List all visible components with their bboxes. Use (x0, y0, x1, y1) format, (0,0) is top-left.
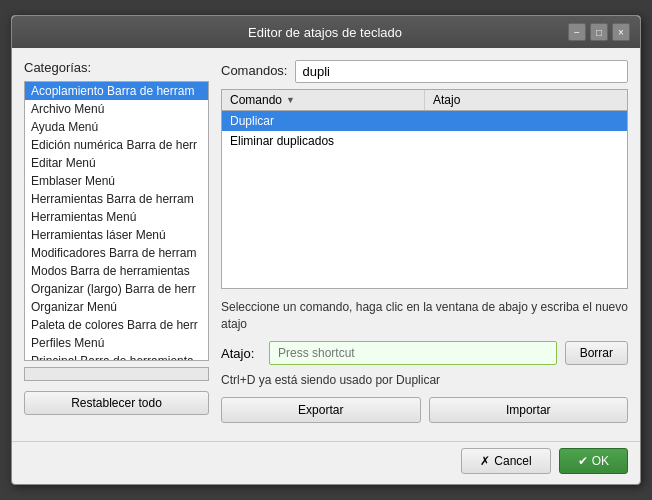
left-panel: Categorías: Acoplamiento Barra de herram… (24, 60, 209, 423)
category-item[interactable]: Acoplamiento Barra de herram (25, 82, 208, 100)
category-item[interactable]: Modificadores Barra de herram (25, 244, 208, 262)
category-item[interactable]: Principal Barra de herramienta (25, 352, 208, 361)
atajo-cell (425, 134, 620, 148)
categories-label: Categorías: (24, 60, 209, 75)
titlebar: Editor de atajos de teclado − □ × (12, 16, 640, 48)
dropdown-arrow-icon: ▼ (286, 95, 295, 105)
minimize-button[interactable]: − (568, 23, 586, 41)
export-import-row: Exportar Importar (221, 397, 628, 423)
column-atajo: Atajo (425, 90, 627, 110)
category-item[interactable]: Organizar Menú (25, 298, 208, 316)
scrollbar-row (24, 367, 209, 381)
close-button[interactable]: × (612, 23, 630, 41)
ok-label: OK (592, 454, 609, 468)
category-item[interactable]: Edición numérica Barra de herr (25, 136, 208, 154)
dialog: Editor de atajos de teclado − □ × Catego… (11, 15, 641, 485)
table-row[interactable]: Duplicar (222, 111, 627, 131)
cancel-label: Cancel (494, 454, 531, 468)
top-section: Categorías: Acoplamiento Barra de herram… (24, 60, 628, 423)
atajo-label: Atajo: (221, 346, 261, 361)
category-item[interactable]: Archivo Menú (25, 100, 208, 118)
right-panel: Comandos: Comando ▼ Atajo Duplica (221, 60, 628, 423)
atajo-input[interactable] (269, 341, 557, 365)
command-cell: Eliminar duplicados (230, 134, 425, 148)
category-item[interactable]: Ayuda Menú (25, 118, 208, 136)
commands-rows: DuplicarEliminar duplicados (222, 111, 627, 151)
category-item[interactable]: Paleta de colores Barra de herr (25, 316, 208, 334)
category-item[interactable]: Herramientas Barra de herram (25, 190, 208, 208)
table-header: Comando ▼ Atajo (222, 90, 627, 111)
horizontal-scrollbar[interactable] (24, 367, 209, 381)
import-button[interactable]: Importar (429, 397, 629, 423)
atajo-row: Atajo: Borrar (221, 341, 628, 365)
borrar-button[interactable]: Borrar (565, 341, 628, 365)
shortcut-info: Ctrl+D ya está siendo usado por Duplicar (221, 373, 628, 387)
atajo-cell (425, 114, 620, 128)
commands-table: Comando ▼ Atajo DuplicarEliminar duplica… (221, 89, 628, 289)
category-item[interactable]: Modos Barra de herramientas (25, 262, 208, 280)
table-row[interactable]: Eliminar duplicados (222, 131, 627, 151)
commands-label: Comandos: (221, 63, 287, 78)
category-item[interactable]: Organizar (largo) Barra de herr (25, 280, 208, 298)
maximize-button[interactable]: □ (590, 23, 608, 41)
titlebar-controls: − □ × (568, 23, 630, 41)
category-item[interactable]: Perfiles Menú (25, 334, 208, 352)
restore-button[interactable]: Restablecer todo (24, 391, 209, 415)
column-comando: Comando ▼ (222, 90, 425, 110)
commands-search-input[interactable] (295, 60, 628, 83)
selection-message: Seleccione un comando, haga clic en la v… (221, 299, 628, 333)
bottom-row: ✗ Cancel ✔ OK (12, 441, 640, 484)
category-item[interactable]: Herramientas láser Menú (25, 226, 208, 244)
ok-button[interactable]: ✔ OK (559, 448, 628, 474)
content: Categorías: Acoplamiento Barra de herram… (12, 48, 640, 435)
category-list[interactable]: Acoplamiento Barra de herramArchivo Menú… (24, 81, 209, 361)
ok-icon: ✔ (578, 454, 588, 468)
dialog-title: Editor de atajos de teclado (82, 25, 568, 40)
category-item[interactable]: Editar Menú (25, 154, 208, 172)
command-cell: Duplicar (230, 114, 425, 128)
export-button[interactable]: Exportar (221, 397, 421, 423)
category-item[interactable]: Emblaser Menú (25, 172, 208, 190)
commands-header: Comandos: (221, 60, 628, 83)
cancel-icon: ✗ (480, 454, 490, 468)
cancel-button[interactable]: ✗ Cancel (461, 448, 550, 474)
category-item[interactable]: Herramientas Menú (25, 208, 208, 226)
